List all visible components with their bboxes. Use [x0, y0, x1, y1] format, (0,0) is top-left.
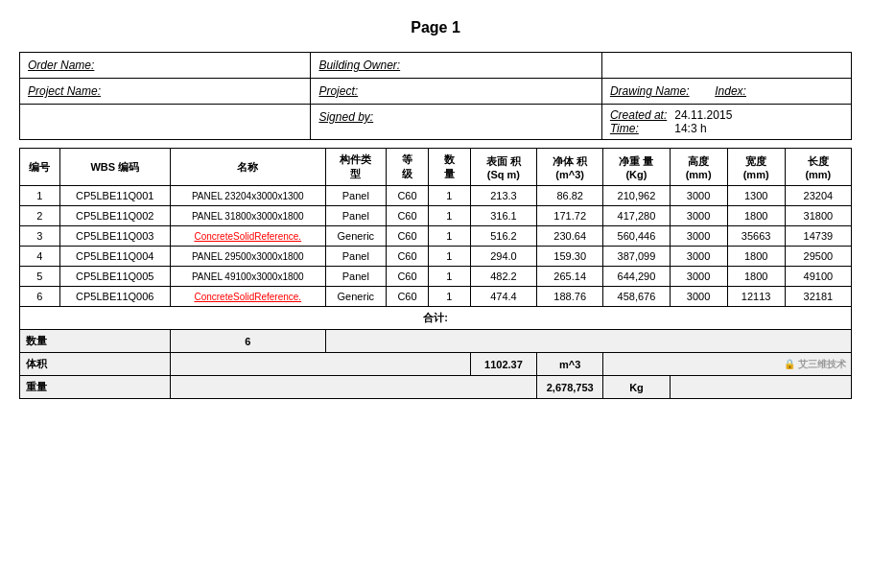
cell-width: 1800 — [727, 267, 785, 287]
cell-no: 1 — [20, 186, 60, 206]
table-row: 1 CP5LBE11Q001 PANEL 23204x3000x1300 Pan… — [20, 186, 852, 206]
summary-qty-row: 数量 6 — [20, 330, 852, 353]
cell-type: Panel — [325, 186, 386, 206]
page-title: Page 1 — [19, 19, 852, 36]
weight-value: 2,678,753 — [537, 376, 603, 399]
cell-weight: 644,290 — [603, 267, 670, 287]
col-header-length: 长度(mm) — [785, 149, 851, 186]
cell-no: 3 — [20, 226, 60, 247]
subtotal-label: 合计: — [20, 307, 852, 330]
cell-volume: 159.30 — [537, 247, 603, 267]
cell-wbs: CP5LBE11Q006 — [59, 287, 170, 307]
cell-wbs: CP5LBE11Q004 — [59, 247, 170, 267]
col-header-width: 宽度(mm) — [727, 149, 785, 186]
cell-wbs: CP5LBE11Q002 — [59, 206, 170, 226]
cell-width: 1800 — [727, 247, 785, 267]
time-value: 14:3 h — [674, 122, 706, 135]
cell-surface: 516.2 — [470, 226, 536, 247]
cell-surface: 213.3 — [470, 186, 536, 206]
col-header-surface: 表面 积(Sq m) — [470, 149, 536, 186]
data-table: 编号 WBS 编码 名称 构件类型 等级 数量 表面 积(Sq m) 净体 积(… — [19, 148, 852, 399]
cell-width: 12113 — [727, 287, 785, 307]
project-label: Project: — [318, 84, 358, 98]
cell-type: Panel — [325, 206, 386, 226]
cell-wbs: CP5LBE11Q005 — [59, 267, 170, 287]
summary-weight-row: 重量 2,678,753 Kg — [20, 376, 852, 399]
cell-weight: 560,446 — [603, 226, 670, 247]
cell-no: 6 — [20, 287, 60, 307]
cell-volume: 171.72 — [537, 206, 603, 226]
col-header-name: 名称 — [170, 149, 325, 186]
cell-weight: 458,676 — [603, 287, 670, 307]
building-owner-label: Building Owner: — [318, 59, 400, 72]
cell-length: 29500 — [785, 247, 851, 267]
watermark: 🔒 艾三维技术 — [784, 358, 846, 371]
cell-grade: C60 — [387, 267, 429, 287]
created-at-value: 24.11.2015 — [674, 108, 732, 122]
reference-link[interactable]: ConcreteSolidReference. — [194, 231, 301, 242]
cell-qty: 1 — [428, 226, 470, 247]
table-row: 2 CP5LBE11Q002 PANEL 31800x3000x1800 Pan… — [20, 206, 852, 226]
panel-name: PANEL 49100x3000x1800 — [192, 271, 304, 282]
cell-qty: 1 — [428, 186, 470, 206]
cell-volume: 265.14 — [537, 267, 603, 287]
volume-label: 体积 — [20, 353, 171, 376]
cell-qty: 1 — [428, 267, 470, 287]
cell-volume: 230.64 — [537, 226, 603, 247]
cell-type: Panel — [325, 247, 386, 267]
time-label: Time: — [610, 122, 639, 135]
cell-surface: 474.4 — [470, 287, 536, 307]
cell-length: 31800 — [785, 206, 851, 226]
cell-no: 4 — [20, 247, 60, 267]
cell-name: ConcreteSolidReference. — [170, 226, 325, 247]
cell-qty: 1 — [428, 287, 470, 307]
cell-no: 5 — [20, 267, 60, 287]
created-at-label: Created at: — [610, 108, 667, 122]
weight-unit: Kg — [603, 376, 670, 399]
col-header-weight: 净重 量(Kg) — [603, 149, 670, 186]
order-name-label: Order Name: — [28, 59, 94, 72]
cell-wbs: CP5LBE11Q001 — [59, 186, 170, 206]
cell-height: 3000 — [670, 247, 727, 267]
table-header-row: 编号 WBS 编码 名称 构件类型 等级 数量 表面 积(Sq m) 净体 积(… — [20, 149, 852, 186]
cell-width: 1800 — [727, 206, 785, 226]
qty-label: 数量 — [20, 330, 171, 353]
cell-height: 3000 — [670, 287, 727, 307]
cell-grade: C60 — [387, 247, 429, 267]
cell-name: PANEL 31800x3000x1800 — [170, 206, 325, 226]
table-row: 4 CP5LBE11Q004 PANEL 29500x3000x1800 Pan… — [20, 247, 852, 267]
cell-grade: C60 — [387, 226, 429, 247]
cell-width: 1300 — [727, 186, 785, 206]
cell-no: 2 — [20, 206, 60, 226]
cell-grade: C60 — [387, 287, 429, 307]
cell-grade: C60 — [387, 186, 429, 206]
cell-height: 3000 — [670, 186, 727, 206]
weight-label: 重量 — [20, 376, 171, 399]
reference-link[interactable]: ConcreteSolidReference. — [194, 292, 301, 302]
col-header-height: 高度(mm) — [670, 149, 727, 186]
cell-length: 32181 — [785, 287, 851, 307]
col-header-qty: 数量 — [428, 149, 470, 186]
cell-width: 35663 — [727, 226, 785, 247]
col-header-no: 编号 — [20, 149, 60, 186]
cell-volume: 86.82 — [537, 186, 603, 206]
cell-weight: 210,962 — [603, 186, 670, 206]
col-header-grade: 等级 — [387, 149, 429, 186]
cell-name: ConcreteSolidReference. — [170, 287, 325, 307]
summary-volume-row: 体积 1102.37 m^3 🔒 艾三维技术 — [20, 353, 852, 376]
subtotal-row: 合计: — [20, 307, 852, 330]
cell-surface: 294.0 — [470, 247, 536, 267]
cell-volume: 188.76 — [537, 287, 603, 307]
cell-name: PANEL 49100x3000x1800 — [170, 267, 325, 287]
cell-length: 14739 — [785, 226, 851, 247]
volume-unit: m^3 — [537, 353, 603, 376]
cell-surface: 482.2 — [470, 267, 536, 287]
cell-length: 23204 — [785, 186, 851, 206]
cell-wbs: CP5LBE11Q003 — [59, 226, 170, 247]
volume-value: 1102.37 — [470, 353, 536, 376]
panel-name: PANEL 31800x3000x1800 — [192, 211, 304, 222]
col-header-volume: 净体 积(m^3) — [537, 149, 603, 186]
header-form: Order Name: Building Owner: Project Name… — [19, 52, 852, 140]
cell-name: PANEL 23204x3000x1300 — [170, 186, 325, 206]
cell-length: 49100 — [785, 267, 851, 287]
